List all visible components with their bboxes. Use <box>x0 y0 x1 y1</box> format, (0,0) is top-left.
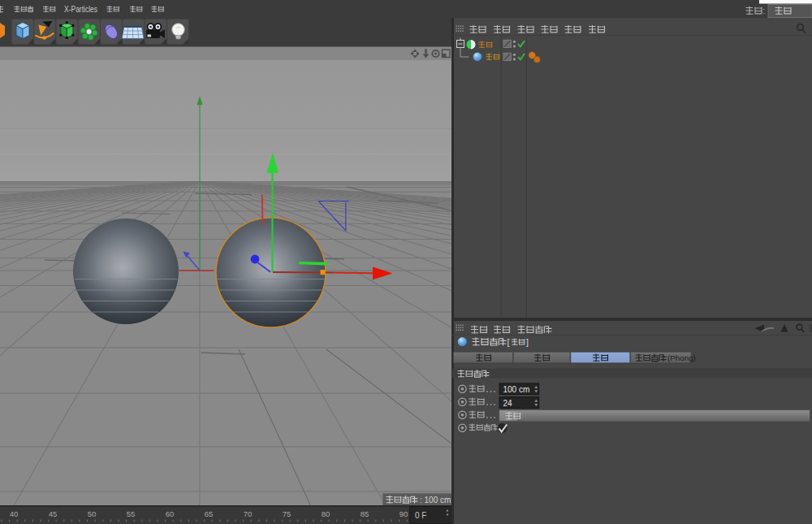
svg-text:(Phong): (Phong) <box>667 353 696 362</box>
svg-text:0 F: 0 F <box>415 511 426 520</box>
svg-text:55: 55 <box>127 509 136 518</box>
svg-text:24: 24 <box>503 399 513 408</box>
svg-text:85: 85 <box>361 509 369 518</box>
svg-text:50: 50 <box>88 509 97 518</box>
svg-text:X-Particles: X-Particles <box>64 5 97 14</box>
svg-text:40: 40 <box>10 509 19 518</box>
svg-text::: : <box>763 6 766 15</box>
svg-text:65: 65 <box>205 509 214 518</box>
svg-text:80: 80 <box>322 509 330 518</box>
svg-text:90: 90 <box>400 509 408 518</box>
svg-text:60: 60 <box>166 509 175 518</box>
svg-text:45: 45 <box>49 509 58 518</box>
svg-text:75: 75 <box>283 509 292 518</box>
svg-text:: 100 cm: : 100 cm <box>420 496 451 505</box>
svg-text:[: [ <box>508 337 510 347</box>
svg-text:]: ] <box>526 337 529 347</box>
svg-text:70: 70 <box>244 509 253 518</box>
svg-text:100 cm: 100 cm <box>503 385 530 394</box>
